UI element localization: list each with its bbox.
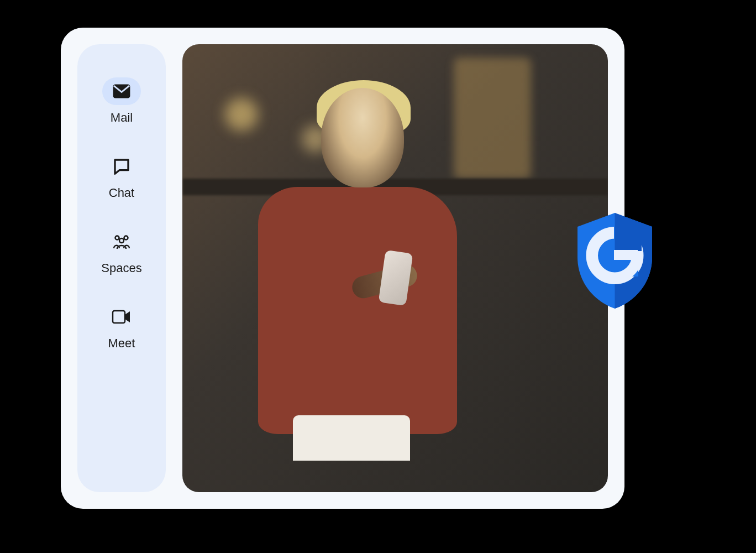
svg-rect-4 [113,311,125,323]
svg-rect-10 [614,227,642,251]
nav-label-chat: Chat [109,186,134,200]
nav-label-meet: Meet [108,336,135,351]
mail-icon [102,77,141,105]
meet-icon [102,303,141,331]
svg-rect-11 [614,250,638,260]
nav-label-mail: Mail [111,111,133,125]
person-illustration [246,80,481,461]
svg-point-1 [115,236,119,240]
chat-icon [102,153,141,180]
app-card: Mail Chat Spaces [61,28,624,509]
google-shield-badge [572,210,658,310]
nav-item-chat[interactable]: Chat [102,153,141,200]
nav-label-spaces: Spaces [101,261,141,275]
nav-item-spaces[interactable]: Spaces [101,228,141,275]
sidebar-nav: Mail Chat Spaces [77,44,166,492]
spaces-icon [102,228,141,255]
svg-point-2 [124,236,128,240]
nav-item-mail[interactable]: Mail [102,77,141,125]
svg-point-3 [119,238,124,243]
nav-item-meet[interactable]: Meet [102,303,141,351]
hero-image [182,44,608,492]
